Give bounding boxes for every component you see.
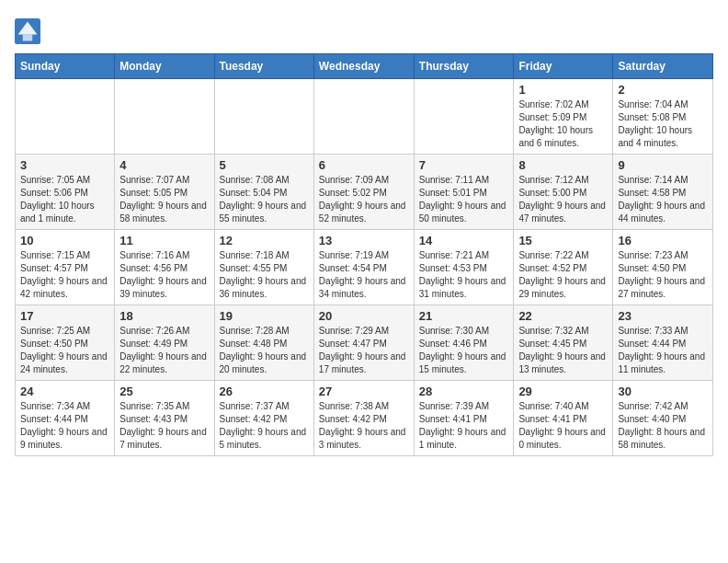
day-info: Sunrise: 7:15 AM Sunset: 4:57 PM Dayligh… <box>20 249 109 301</box>
day-number: 29 <box>518 385 608 398</box>
calendar-cell: 8Sunrise: 7:12 AM Sunset: 5:00 PM Daylig… <box>514 155 613 230</box>
day-info: Sunrise: 7:08 AM Sunset: 5:04 PM Dayligh… <box>220 174 309 225</box>
calendar-cell: 30Sunrise: 7:42 AM Sunset: 4:40 PM Dayli… <box>613 381 713 456</box>
calendar-cell: 29Sunrise: 7:40 AM Sunset: 4:41 PM Dayli… <box>514 381 613 456</box>
calendar-cell: 20Sunrise: 7:29 AM Sunset: 4:47 PM Dayli… <box>313 305 414 381</box>
day-number: 1 <box>518 83 608 97</box>
day-number: 17 <box>20 309 109 323</box>
day-number: 13 <box>319 234 409 247</box>
day-number: 7 <box>419 158 509 172</box>
calendar-cell: 23Sunrise: 7:33 AM Sunset: 4:44 PM Dayli… <box>613 305 713 381</box>
day-number: 19 <box>220 309 309 323</box>
calendar-cell: 9Sunrise: 7:14 AM Sunset: 4:58 PM Daylig… <box>613 155 713 230</box>
calendar-week-5: 24Sunrise: 7:34 AM Sunset: 4:44 PM Dayli… <box>16 381 713 456</box>
calendar-cell: 16Sunrise: 7:23 AM Sunset: 4:50 PM Dayli… <box>613 230 713 305</box>
calendar-cell: 19Sunrise: 7:28 AM Sunset: 4:48 PM Dayli… <box>214 305 313 381</box>
day-info: Sunrise: 7:37 AM Sunset: 4:42 PM Dayligh… <box>220 400 309 452</box>
day-info: Sunrise: 7:18 AM Sunset: 4:55 PM Dayligh… <box>220 249 309 301</box>
day-number: 14 <box>419 234 509 247</box>
day-info: Sunrise: 7:11 AM Sunset: 5:01 PM Dayligh… <box>419 174 509 225</box>
day-info: Sunrise: 7:32 AM Sunset: 4:45 PM Dayligh… <box>518 325 608 376</box>
day-number: 18 <box>119 309 209 323</box>
calendar-cell: 22Sunrise: 7:32 AM Sunset: 4:45 PM Dayli… <box>514 305 613 381</box>
day-number: 9 <box>618 158 708 172</box>
day-info: Sunrise: 7:23 AM Sunset: 4:50 PM Dayligh… <box>618 249 708 301</box>
calendar-cell: 5Sunrise: 7:08 AM Sunset: 5:04 PM Daylig… <box>214 155 313 230</box>
day-info: Sunrise: 7:33 AM Sunset: 4:44 PM Dayligh… <box>618 325 708 376</box>
calendar-cell: 21Sunrise: 7:30 AM Sunset: 4:46 PM Dayli… <box>414 305 514 381</box>
day-number: 25 <box>119 385 209 398</box>
svg-rect-2 <box>23 35 33 41</box>
calendar-cell: 28Sunrise: 7:39 AM Sunset: 4:41 PM Dayli… <box>414 381 514 456</box>
calendar-cell: 10Sunrise: 7:15 AM Sunset: 4:57 PM Dayli… <box>16 230 115 305</box>
day-info: Sunrise: 7:22 AM Sunset: 4:52 PM Dayligh… <box>518 249 608 301</box>
calendar-cell <box>414 79 514 155</box>
header-cell-sunday: Sunday <box>16 54 115 79</box>
calendar-cell: 6Sunrise: 7:09 AM Sunset: 5:02 PM Daylig… <box>313 155 414 230</box>
day-number: 5 <box>220 158 309 172</box>
header-cell-monday: Monday <box>115 54 214 79</box>
calendar-cell: 17Sunrise: 7:25 AM Sunset: 4:50 PM Dayli… <box>16 305 115 381</box>
calendar-header-row: SundayMondayTuesdayWednesdayThursdayFrid… <box>16 54 713 79</box>
day-info: Sunrise: 7:30 AM Sunset: 4:46 PM Dayligh… <box>419 325 509 376</box>
calendar-cell: 14Sunrise: 7:21 AM Sunset: 4:53 PM Dayli… <box>414 230 514 305</box>
calendar-cell: 13Sunrise: 7:19 AM Sunset: 4:54 PM Dayli… <box>313 230 414 305</box>
calendar-week-2: 3Sunrise: 7:05 AM Sunset: 5:06 PM Daylig… <box>16 155 713 230</box>
day-info: Sunrise: 7:39 AM Sunset: 4:41 PM Dayligh… <box>419 400 509 452</box>
day-info: Sunrise: 7:12 AM Sunset: 5:00 PM Dayligh… <box>518 174 608 225</box>
day-info: Sunrise: 7:19 AM Sunset: 4:54 PM Dayligh… <box>319 249 409 301</box>
page-header <box>15 15 713 44</box>
day-info: Sunrise: 7:40 AM Sunset: 4:41 PM Dayligh… <box>518 400 608 452</box>
calendar-week-3: 10Sunrise: 7:15 AM Sunset: 4:57 PM Dayli… <box>16 230 713 305</box>
day-info: Sunrise: 7:16 AM Sunset: 4:56 PM Dayligh… <box>119 249 209 301</box>
day-info: Sunrise: 7:26 AM Sunset: 4:49 PM Dayligh… <box>119 325 209 376</box>
day-info: Sunrise: 7:04 AM Sunset: 5:08 PM Dayligh… <box>618 98 708 150</box>
day-number: 2 <box>618 83 708 97</box>
header-cell-tuesday: Tuesday <box>214 54 313 79</box>
day-info: Sunrise: 7:34 AM Sunset: 4:44 PM Dayligh… <box>20 400 109 452</box>
day-number: 27 <box>319 385 409 398</box>
calendar-cell <box>313 79 414 155</box>
day-info: Sunrise: 7:25 AM Sunset: 4:50 PM Dayligh… <box>20 325 109 376</box>
logo <box>15 18 42 44</box>
calendar-body: 1Sunrise: 7:02 AM Sunset: 5:09 PM Daylig… <box>16 79 713 456</box>
day-info: Sunrise: 7:29 AM Sunset: 4:47 PM Dayligh… <box>319 325 409 376</box>
day-info: Sunrise: 7:02 AM Sunset: 5:09 PM Dayligh… <box>518 98 608 150</box>
calendar-cell: 15Sunrise: 7:22 AM Sunset: 4:52 PM Dayli… <box>514 230 613 305</box>
day-number: 15 <box>518 234 608 247</box>
header-cell-wednesday: Wednesday <box>313 54 414 79</box>
day-info: Sunrise: 7:42 AM Sunset: 4:40 PM Dayligh… <box>618 400 708 452</box>
day-number: 20 <box>319 309 409 323</box>
day-number: 16 <box>618 234 708 247</box>
day-number: 23 <box>618 309 708 323</box>
day-number: 4 <box>119 158 209 172</box>
header-cell-friday: Friday <box>514 54 613 79</box>
calendar-cell: 1Sunrise: 7:02 AM Sunset: 5:09 PM Daylig… <box>514 79 613 155</box>
calendar-cell <box>16 79 115 155</box>
day-info: Sunrise: 7:38 AM Sunset: 4:42 PM Dayligh… <box>319 400 409 452</box>
day-number: 3 <box>20 158 109 172</box>
day-info: Sunrise: 7:14 AM Sunset: 4:58 PM Dayligh… <box>618 174 708 225</box>
day-number: 28 <box>419 385 509 398</box>
day-number: 26 <box>220 385 309 398</box>
calendar-cell: 18Sunrise: 7:26 AM Sunset: 4:49 PM Dayli… <box>115 305 214 381</box>
day-info: Sunrise: 7:21 AM Sunset: 4:53 PM Dayligh… <box>419 249 509 301</box>
day-info: Sunrise: 7:09 AM Sunset: 5:02 PM Dayligh… <box>319 174 409 225</box>
day-info: Sunrise: 7:28 AM Sunset: 4:48 PM Dayligh… <box>220 325 309 376</box>
day-number: 24 <box>20 385 109 398</box>
calendar-cell: 24Sunrise: 7:34 AM Sunset: 4:44 PM Dayli… <box>16 381 115 456</box>
header-cell-saturday: Saturday <box>613 54 713 79</box>
calendar-table: SundayMondayTuesdayWednesdayThursdayFrid… <box>15 53 713 456</box>
calendar-cell <box>214 79 313 155</box>
calendar-cell: 11Sunrise: 7:16 AM Sunset: 4:56 PM Dayli… <box>115 230 214 305</box>
day-number: 12 <box>220 234 309 247</box>
day-number: 8 <box>518 158 608 172</box>
day-number: 21 <box>419 309 509 323</box>
day-number: 22 <box>518 309 608 323</box>
header-cell-thursday: Thursday <box>414 54 514 79</box>
day-info: Sunrise: 7:07 AM Sunset: 5:05 PM Dayligh… <box>119 174 209 225</box>
calendar-cell: 26Sunrise: 7:37 AM Sunset: 4:42 PM Dayli… <box>214 381 313 456</box>
calendar-cell: 2Sunrise: 7:04 AM Sunset: 5:08 PM Daylig… <box>613 79 713 155</box>
day-number: 30 <box>618 385 708 398</box>
calendar-week-1: 1Sunrise: 7:02 AM Sunset: 5:09 PM Daylig… <box>16 79 713 155</box>
